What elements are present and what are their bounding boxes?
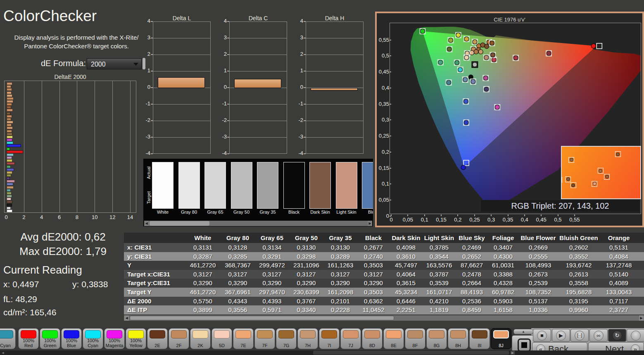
delta-gridline — [306, 71, 363, 71]
inset-point-target — [561, 177, 562, 183]
scroll-right-icon[interactable]: ▶ — [639, 315, 644, 321]
patch-button-7f[interactable]: 7F — [254, 328, 275, 349]
patch-button-5d[interactable]: 5D — [211, 328, 232, 349]
delta-y-tick: -1 — [295, 100, 303, 107]
table-scrollbar-thumb[interactable] — [130, 316, 394, 320]
patch-button-2f[interactable]: 2F — [169, 328, 189, 349]
patch-button-8g[interactable]: 8G — [426, 328, 447, 349]
patch-button-8e[interactable]: 8E — [383, 328, 404, 349]
patch-button-cyan[interactable]: Cyan — [0, 328, 16, 349]
step-button[interactable]: [··] — [570, 329, 589, 342]
swatch-scrollbar-thumb[interactable] — [150, 221, 209, 226]
table-row-label: ΔE ITP — [124, 305, 185, 314]
patch-button-100-blue[interactable]: 100% Blue — [61, 328, 82, 349]
patch-swatch-label: Gray 35 — [253, 210, 283, 214]
current-reading-title: Current Reading — [3, 264, 82, 276]
patch-button-8j[interactable]: 8J — [491, 328, 511, 349]
delta-gridline — [153, 55, 210, 55]
patch-button-8d[interactable]: 8D — [362, 328, 383, 349]
swatch-scroll-right-icon[interactable]: ▶ — [368, 221, 372, 226]
blank-button[interactable] — [627, 329, 644, 342]
patch-button-swatch — [235, 330, 251, 338]
patch-button-2e[interactable]: 2E — [147, 328, 168, 349]
refresh-button[interactable]: ↻ — [608, 329, 626, 342]
patch-button-100-green[interactable]: 100% Green — [40, 328, 60, 349]
patch-button-7h[interactable]: 7H — [297, 328, 318, 349]
table-cell: 133,0043 — [599, 288, 638, 297]
toolbar-scrollbar[interactable]: ◀ ▶ — [0, 350, 644, 355]
cie-point-measured — [491, 53, 495, 57]
cie-y-tickmark — [390, 40, 391, 41]
patch-button-8f[interactable]: 8F — [405, 328, 425, 349]
toolbar-scroll-left-icon[interactable]: ◀ — [1, 351, 5, 355]
cie-point-measured — [478, 50, 483, 54]
table-row-label: x: CIE31 — [124, 243, 185, 252]
table-cell: 0,3290 — [221, 279, 255, 288]
toolbar-scroll-right-icon[interactable]: ▶ — [511, 351, 515, 355]
patch-button-7i[interactable]: 7I — [319, 328, 340, 349]
table-cell: 11,0452 — [357, 305, 390, 314]
swatch-scroll-left-icon[interactable]: ◀ — [144, 221, 149, 226]
delta-y-tickmark — [151, 21, 153, 22]
de-bar — [7, 159, 12, 162]
patch-button-7j[interactable]: 7J — [340, 328, 361, 349]
table-column-header: Light Skin — [423, 233, 456, 243]
stop-button[interactable]: ■ — [533, 329, 551, 342]
delta-y-tick: 1 — [142, 67, 150, 74]
de-bar — [7, 94, 12, 97]
table-cell: 108,4993 — [518, 261, 558, 270]
patch-swatch — [178, 162, 200, 209]
patch-button-swatch — [128, 330, 144, 338]
delta-y-tickmark — [151, 137, 153, 138]
de-bar — [7, 133, 12, 136]
de2000-x-tick: 6 — [55, 214, 64, 220]
patch-button-7e[interactable]: 7E — [233, 328, 254, 349]
delta-y-tick: -2 — [219, 117, 227, 123]
cie-point-measured — [421, 29, 425, 33]
cie-point-measured — [438, 60, 443, 64]
scroll-left-icon[interactable]: ◀ — [124, 315, 129, 321]
table-cell: 108,7352 — [518, 288, 558, 297]
table-cell: 0,2613 — [558, 270, 599, 279]
infinity-button[interactable]: ∞ — [589, 329, 608, 342]
patch-button-100-magenta[interactable]: 100% Magenta — [104, 328, 125, 349]
collapse-toolbar-button[interactable]: ▲ — [513, 329, 533, 334]
table-cell: 0,3287 — [185, 252, 221, 261]
table-row: x: CIE310,31310,31280,31340,31300,31300,… — [124, 243, 644, 252]
cie-x-tick: 0,1 — [418, 217, 431, 223]
cie-x-tick: 0,2 — [452, 217, 464, 223]
patch-swatch — [283, 162, 305, 209]
de2000-x-tick: 10 — [90, 214, 99, 220]
patch-button-8i[interactable]: 8I — [469, 328, 490, 349]
patch-button-100-yellow[interactable]: 100% Yellow — [126, 328, 146, 349]
patch-button-label: 5D — [212, 343, 232, 348]
de2000-gridline — [42, 81, 42, 212]
cie-point-measured — [473, 62, 477, 67]
table-cell: 0,3899 — [185, 305, 221, 314]
table-cell: 1,0336 — [518, 305, 558, 314]
reading-x: x: 0,4497 — [3, 279, 39, 289]
de-formula-dropdown[interactable]: 2000 — [87, 58, 142, 69]
description-line2: Pantone ColorChecker® target colors. — [8, 42, 145, 50]
delta-gridline — [230, 71, 287, 71]
swatch-scrollbar[interactable]: ◀▶ — [144, 221, 372, 226]
patch-button-swatch — [343, 330, 359, 338]
delta-y-tick: -3 — [295, 133, 303, 140]
table-cell: 193,6742 — [558, 261, 599, 270]
patch-swatch — [204, 162, 226, 209]
toolbar-scrollbar-thumb[interactable] — [313, 351, 509, 355]
cie-x-tick: 0,25 — [468, 217, 481, 223]
patch-button-8h[interactable]: 8H — [448, 328, 468, 349]
patch-button-7g[interactable]: 7G — [276, 328, 297, 349]
patch-button-100-red[interactable]: 100% Red — [18, 328, 39, 349]
table-scrollbar[interactable]: ◀ ▶ — [124, 315, 644, 321]
play-button[interactable]: ▶ — [552, 329, 570, 342]
patch-button-100-cyan[interactable]: 100% Cyan — [83, 328, 103, 349]
de2000-gridline — [130, 81, 131, 212]
delta-gridline — [153, 38, 210, 38]
de-bar — [7, 153, 14, 156]
patch-window-button[interactable] — [512, 335, 534, 352]
patch-button-2k[interactable]: 2K — [190, 328, 211, 349]
table-cell: 0,3407 — [488, 243, 518, 252]
table-cell: 0,3787 — [423, 270, 456, 279]
